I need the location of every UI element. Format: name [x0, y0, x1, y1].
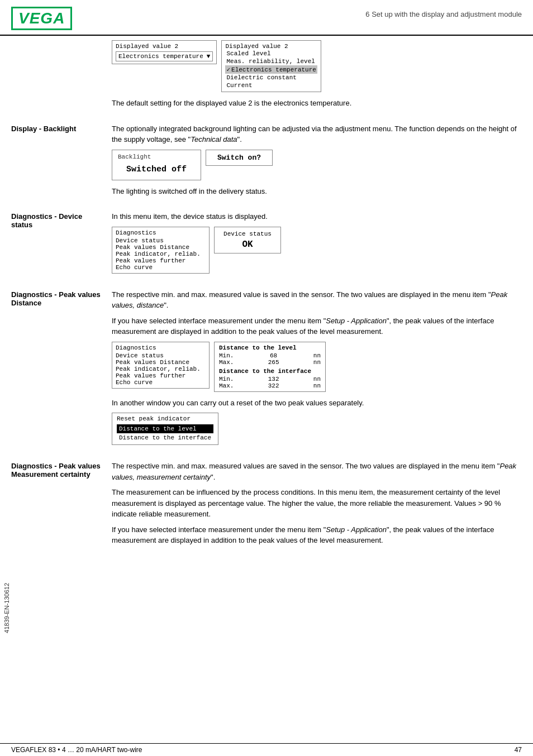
footer-product: VEGAFLEX 83 • 4 … 20 mA/HART two-wire	[11, 746, 142, 754]
diag-peak-further[interactable]: Peak values further	[116, 372, 206, 379]
peak-meas-certainty-italic: Peak values, measurement certainty	[112, 462, 516, 481]
dist-level-min-label: Min.	[219, 352, 234, 359]
reset-item-level[interactable]: Distance to the level	[117, 424, 213, 433]
footer-page: 47	[515, 746, 522, 754]
label-peak-meas-title: Diagnostics - Peak values	[11, 462, 101, 470]
logo: VEGA	[11, 7, 72, 30]
diag-item-echo-curve[interactable]: Echo curve	[116, 264, 206, 271]
diag-menu-peak-title: Diagnostics	[116, 344, 206, 351]
label-meas-certainty: Measurement certainty	[11, 470, 91, 479]
peak-distance-desc1: The respective min. and max. measured va…	[112, 289, 522, 311]
backlight-delivery-status: The lighting is switched off in the deli…	[112, 186, 522, 197]
section-label-peak-distance: Diagnostics - Peak values Distance	[11, 289, 112, 451]
peak-distance-desc3: In another window you can carry out a re…	[112, 398, 522, 409]
label-distance: Distance	[11, 299, 41, 307]
diag-peak-indicator-reliab[interactable]: Peak indicator, reliab.	[116, 366, 206, 372]
page-footer: VEGAFLEX 83 • 4 … 20 mA/HART two-wire 47	[0, 743, 533, 756]
tech-data-italic: Technical data	[191, 135, 237, 143]
section-peak-distance: Diagnostics - Peak values Distance The r…	[11, 289, 522, 451]
dist-level-min-unit: nn	[313, 352, 321, 359]
dist-level-title: Distance to the level	[219, 344, 321, 351]
diagnostics-menu: Diagnostics Device status Peak values Di…	[112, 227, 210, 274]
popup-item-electronics[interactable]: Electronics temperature	[225, 65, 317, 74]
display-value-title: Displayed value 2	[116, 43, 213, 50]
dist-int-max-row: Max. 322 nn	[219, 382, 321, 389]
switch-on-label: Switch on?	[215, 154, 263, 162]
backlight-value: Switched off	[118, 162, 195, 176]
section-body-display-value: Displayed value 2 Electronics temperatur…	[112, 40, 522, 113]
peak-meas-desc1: The respective min. and max. measured va…	[112, 461, 522, 482]
header-title: 6 Set up with the display and adjustment…	[365, 7, 522, 18]
backlight-title: Backlight	[118, 154, 195, 160]
document-number: 41839-EN-130612	[3, 583, 10, 633]
section-label-peak-measurement: Diagnostics - Peak values Measurement ce…	[11, 461, 112, 551]
label-status: status	[11, 221, 32, 229]
reset-item-interface[interactable]: Distance to the interface	[117, 433, 213, 442]
logo-text: VEGA	[18, 9, 65, 27]
diag-item-peak-reliab[interactable]: Peak indicator, reliab.	[116, 251, 206, 257]
popup-item-scaled[interactable]: Scaled level	[225, 50, 317, 58]
section-body-peak-measurement: The respective min. and max. measured va…	[112, 461, 522, 551]
label-peak-values: Diagnostics - Peak values	[11, 290, 101, 299]
section-backlight: Display - Backlight The optionally integ…	[11, 123, 522, 202]
display-value-box: Displayed value 2 Electronics temperatur…	[112, 40, 217, 64]
device-status-description: In this menu item, the device status is …	[112, 211, 522, 222]
popup-item-meas[interactable]: Meas. reliability, level	[225, 58, 317, 65]
page-header: VEGA 6 Set up with the display and adjus…	[0, 0, 533, 36]
peak-distance-desc2: If you have selected interface measureme…	[112, 315, 522, 337]
dist-level-max-unit: nn	[313, 359, 321, 366]
device-status-box: Device status OK	[214, 227, 281, 253]
label-diagnostics-device: Diagnostics - Device	[11, 212, 82, 221]
display-value-description: The default setting for the displayed va…	[112, 98, 522, 109]
section-body-peak-distance: The respective min. and max. measured va…	[112, 289, 522, 451]
diag-item-peak-further[interactable]: Peak values further	[116, 257, 206, 264]
dist-int-min-label: Min.	[219, 376, 234, 382]
status-title: Device status	[223, 231, 272, 237]
diagnostics-menu-peak: Diagnostics Device status Peak values Di…	[112, 342, 210, 389]
main-content: Displayed value 2 Electronics temperatur…	[0, 40, 533, 572]
dist-level-max-label: Max.	[219, 359, 234, 366]
dist-int-max-val: 322	[268, 382, 279, 389]
peak-meas-desc3: If you have selected interface measureme…	[112, 524, 522, 546]
diag-item-device-status[interactable]: Device status	[116, 237, 206, 244]
dist-int-min-unit: nn	[313, 376, 321, 382]
section-label-backlight: Display - Backlight	[11, 123, 112, 202]
popup-item-current[interactable]: Current	[225, 82, 317, 89]
diag-item-peak-distance[interactable]: Peak values Distance	[116, 244, 206, 251]
reset-peak-title: Reset peak indicator	[117, 415, 213, 422]
dist-level-max-row: Max. 265 nn	[219, 359, 321, 366]
reset-ui-row: Reset peak indicator Distance to the lev…	[112, 413, 522, 445]
dist-interface-title: Distance to the interface	[219, 368, 321, 375]
device-status-ui-row: Diagnostics Device status Peak values Di…	[112, 227, 522, 274]
backlight-description: The optionally integrated background lig…	[112, 123, 522, 145]
dropdown-arrow-icon: ▼	[207, 53, 211, 60]
section-body-device-status: In this menu item, the device status is …	[112, 211, 522, 279]
diag-peak-device-status[interactable]: Device status	[116, 352, 206, 359]
section-label-empty	[11, 40, 112, 113]
backlight-ui-row: Backlight Switched off Switch on?	[112, 150, 522, 180]
peak-distance-ui-row: Diagnostics Device status Peak values Di…	[112, 342, 522, 392]
setup-app-italic2: Setup - Application	[326, 525, 387, 534]
distance-values-box: Distance to the level Min. 68 nn Max. 26…	[214, 342, 326, 392]
reset-peak-box: Reset peak indicator Distance to the lev…	[112, 413, 218, 445]
switch-on-box[interactable]: Switch on?	[206, 150, 273, 166]
section-body-backlight: The optionally integrated background lig…	[112, 123, 522, 202]
dist-int-min-val: 132	[268, 376, 279, 382]
status-value-ok: OK	[223, 240, 272, 250]
popup-title: Displayed value 2	[225, 43, 317, 50]
display-value-dropdown[interactable]: Electronics temperature ▼	[116, 51, 213, 61]
dist-int-max-unit: nn	[313, 382, 321, 389]
display-value-ui-row: Displayed value 2 Electronics temperatur…	[112, 40, 522, 92]
dist-level-min-val: 68	[270, 352, 277, 359]
popup-item-dielectric[interactable]: Dielectric constant	[225, 74, 317, 82]
section-label-device-status: Diagnostics - Device status	[11, 211, 112, 279]
diag-peak-echo-curve[interactable]: Echo curve	[116, 379, 206, 386]
peak-meas-desc2: The measurement can be influenced by the…	[112, 487, 522, 520]
section-device-status: Diagnostics - Device status In this menu…	[11, 211, 522, 279]
backlight-box: Backlight Switched off	[112, 150, 201, 180]
section-peak-measurement: Diagnostics - Peak values Measurement ce…	[11, 461, 522, 551]
setup-app-italic1: Setup - Application	[326, 317, 387, 325]
dist-int-max-label: Max.	[219, 382, 234, 389]
dropdown-selected-text: Electronics temperature	[118, 53, 203, 60]
diag-peak-peak-distance[interactable]: Peak values Distance	[116, 359, 206, 366]
